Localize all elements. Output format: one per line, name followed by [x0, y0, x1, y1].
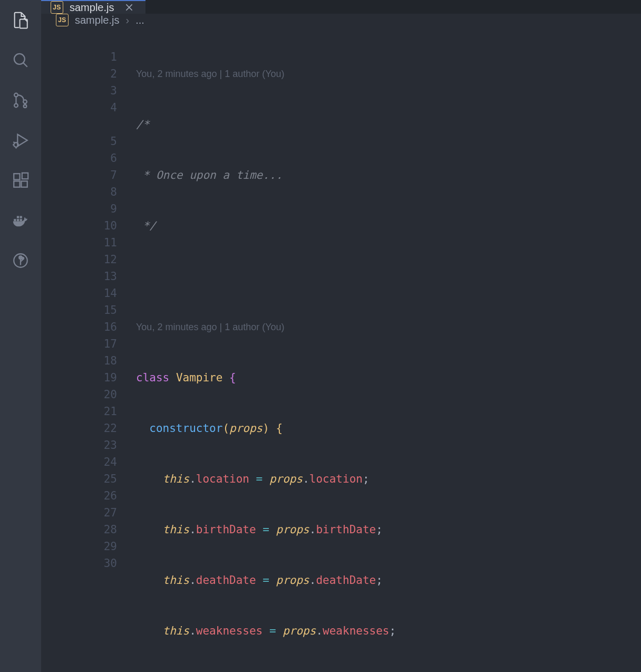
svg-point-22 — [22, 257, 24, 260]
codelens-annotation[interactable]: You, 2 minutes ago | 1 author (You) — [136, 319, 641, 335]
editor-area: JS sample.js JS sample.js › ... 1 2 3 4 — [41, 0, 641, 672]
tab-bar: JS sample.js — [41, 0, 641, 14]
gitlens-icon[interactable] — [10, 250, 31, 271]
js-file-icon: JS — [51, 1, 63, 14]
svg-point-5 — [23, 100, 27, 103]
svg-rect-16 — [17, 219, 19, 221]
docker-icon[interactable] — [10, 210, 31, 231]
breadcrumb-rest: ... — [135, 14, 144, 26]
svg-point-1 — [14, 54, 25, 64]
run-debug-icon[interactable] — [10, 130, 31, 151]
js-file-icon: JS — [56, 14, 69, 26]
chevron-right-icon: › — [125, 14, 129, 26]
svg-rect-17 — [20, 219, 22, 221]
breadcrumb-filename: sample.js — [75, 14, 119, 26]
svg-rect-19 — [20, 216, 22, 218]
svg-point-6 — [24, 105, 27, 108]
source-control-icon[interactable] — [10, 90, 31, 111]
svg-point-4 — [14, 104, 18, 108]
svg-rect-14 — [22, 173, 28, 179]
app-root: JS sample.js JS sample.js › ... 1 2 3 4 — [0, 0, 641, 672]
code-editor[interactable]: 1 2 3 4 5 6 7 8 9 10 11 12 13 14 15 16 1… — [41, 26, 641, 672]
extensions-icon[interactable] — [10, 170, 31, 191]
svg-line-2 — [23, 63, 27, 66]
svg-rect-12 — [14, 181, 20, 187]
code-content[interactable]: You, 2 minutes ago | 1 author (You) /* *… — [136, 32, 641, 672]
explorer-icon[interactable] — [10, 9, 31, 31]
breadcrumb[interactable]: JS sample.js › ... — [41, 14, 641, 26]
svg-point-3 — [14, 93, 18, 97]
tab-label: sample.js — [70, 2, 114, 14]
tab-sample-js[interactable]: JS sample.js — [41, 0, 145, 14]
svg-rect-18 — [17, 216, 19, 218]
svg-rect-15 — [14, 219, 16, 221]
activity-bar — [0, 0, 41, 672]
svg-line-10 — [14, 142, 15, 143]
search-icon[interactable] — [10, 50, 31, 71]
svg-rect-11 — [14, 174, 20, 179]
line-number-gutter: 1 2 3 4 5 6 7 8 9 10 11 12 13 14 15 16 1… — [41, 32, 136, 672]
codelens-annotation[interactable]: You, 2 minutes ago | 1 author (You) — [136, 65, 641, 82]
close-icon[interactable] — [123, 2, 135, 13]
svg-rect-13 — [21, 181, 27, 187]
